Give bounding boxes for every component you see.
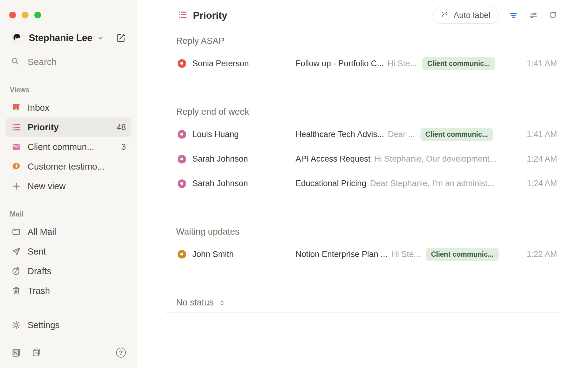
wand-icon <box>441 10 449 20</box>
email-label-badge[interactable]: Client communic... <box>426 248 498 261</box>
priority-list-icon <box>178 10 187 21</box>
envelope-icon <box>11 142 21 152</box>
email-time: 1:41 AM <box>523 59 557 68</box>
calendar-app-icon[interactable]: 15 <box>31 347 42 358</box>
inbox-icon <box>11 103 21 113</box>
email-time: 1:24 AM <box>523 179 557 188</box>
drafts-icon <box>11 266 21 276</box>
email-time: 1:24 AM <box>523 154 557 164</box>
status-dot-icon <box>178 250 186 259</box>
sidebar-item-label: Inbox <box>28 103 49 113</box>
auto-label-button[interactable]: Auto label <box>432 7 499 24</box>
priority-list-icon <box>11 122 21 132</box>
email-row[interactable]: Louis Huang Healthcare Tech Advis... Dea… <box>165 122 561 147</box>
main-panel: Priority Auto label <box>137 0 588 368</box>
section-title-text: Reply ASAP <box>176 36 224 46</box>
section-divider <box>165 312 561 313</box>
status-dot-icon <box>178 179 186 188</box>
avatar <box>11 32 23 44</box>
trash-icon <box>11 286 21 296</box>
sidebar-item-label: Customer testimo... <box>28 162 104 172</box>
window-controls <box>0 0 137 18</box>
status-dot-icon <box>178 59 186 68</box>
section-title-text: No status <box>176 297 214 308</box>
email-row[interactable]: Sarah Johnson Educational Pricing Dear S… <box>165 171 561 196</box>
notion-app-icon[interactable] <box>11 347 21 358</box>
refresh-button[interactable] <box>548 11 557 20</box>
sidebar-item-all-mail[interactable]: All Mail <box>6 222 131 242</box>
sidebar-item-label: Priority <box>28 122 59 132</box>
email-list: Reply ASAP Sonia Peterson Follow up - Po… <box>165 31 561 313</box>
email-row[interactable]: Sonia Peterson Follow up - Portfolio C..… <box>165 51 561 76</box>
email-sender: Sonia Peterson <box>192 59 296 68</box>
display-settings-button[interactable] <box>529 11 538 20</box>
chevron-down-icon <box>97 34 104 43</box>
help-button[interactable]: ? <box>116 348 126 358</box>
sidebar-item-label: All Mail <box>28 227 56 237</box>
section-title: Waiting updates <box>176 226 561 237</box>
page-title: Priority <box>193 10 227 21</box>
email-time: 1:41 AM <box>523 130 557 139</box>
section-title: No status <box>176 297 561 308</box>
status-dot-icon <box>178 155 186 163</box>
svg-text:15: 15 <box>34 351 38 355</box>
sidebar-item-label: Drafts <box>28 266 51 276</box>
filter-button[interactable] <box>509 11 518 20</box>
gear-icon <box>11 320 21 330</box>
section-reply-end-of-week: Reply end of week Louis Huang Healthcare… <box>165 106 561 196</box>
email-label-badge[interactable]: Client communic... <box>420 128 493 141</box>
all-mail-icon <box>11 227 21 237</box>
sidebar-item-inbox[interactable]: Inbox <box>6 98 131 117</box>
section-no-status: No status <box>165 297 561 313</box>
sidebar-item-priority[interactable]: Priority 48 <box>6 117 131 137</box>
email-sender: Louis Huang <box>192 130 296 139</box>
plus-icon <box>11 181 21 191</box>
sidebar-item-drafts[interactable]: Drafts <box>6 261 131 281</box>
email-sender: Sarah Johnson <box>192 154 296 164</box>
email-snippet: Hi Ste... <box>391 250 420 259</box>
sidebar-item-label: New view <box>28 181 66 191</box>
sidebar-item-sent[interactable]: Sent <box>6 242 131 261</box>
zoom-window-button[interactable] <box>34 12 41 18</box>
unread-count: 48 <box>117 123 126 132</box>
sidebar-item-label: Trash <box>28 286 50 296</box>
email-time: 1:22 AM <box>523 250 557 259</box>
sidebar-item-trash[interactable]: Trash <box>6 281 131 301</box>
sidebar-footer: 15 ? <box>0 343 137 362</box>
send-icon <box>11 247 21 256</box>
status-dot-icon <box>178 130 186 139</box>
sidebar-item-label: Sent <box>28 247 46 257</box>
email-subject: Healthcare Tech Advis... <box>296 130 384 139</box>
sidebar-item-customer-testimonials[interactable]: Customer testimo... <box>6 157 131 176</box>
chat-plus-icon <box>11 162 21 171</box>
sidebar-item-client-communication[interactable]: Client commun... 3 <box>6 137 131 157</box>
sidebar-item-new-view[interactable]: New view <box>6 176 131 196</box>
main-header: Priority Auto label <box>137 0 588 31</box>
sidebar-item-settings[interactable]: Settings <box>6 315 131 335</box>
account-switcher[interactable]: Stephanie Lee <box>0 31 137 45</box>
email-snippet: Hi Ste... <box>387 59 417 68</box>
views-section-label: Views <box>10 86 137 94</box>
expand-collapse-icon[interactable] <box>218 299 226 307</box>
email-subject: Notion Enterprise Plan ... <box>296 250 387 259</box>
section-reply-asap: Reply ASAP Sonia Peterson Follow up - Po… <box>165 36 561 76</box>
email-snippet: Dear Stephanie, I'm an administ... <box>370 179 494 188</box>
auto-label-button-label: Auto label <box>454 11 490 20</box>
section-title: Reply end of week <box>176 106 561 117</box>
minimize-window-button[interactable] <box>22 12 28 18</box>
profile-name: Stephanie Lee <box>29 33 92 44</box>
section-waiting-updates: Waiting updates John Smith Notion Enterp… <box>165 226 561 266</box>
email-subject: Educational Pricing <box>296 179 366 188</box>
compose-button[interactable] <box>115 33 126 43</box>
sidebar: Stephanie Lee Search Views <box>0 0 137 368</box>
search-input[interactable]: Search <box>0 56 137 68</box>
email-row[interactable]: John Smith Notion Enterprise Plan ... Hi… <box>165 242 561 266</box>
unread-count: 3 <box>121 142 126 152</box>
close-window-button[interactable] <box>9 12 16 18</box>
email-row[interactable]: Sarah Johnson API Access Request Hi Step… <box>165 147 561 171</box>
sidebar-item-label: Settings <box>28 320 60 330</box>
search-icon <box>11 57 20 67</box>
search-placeholder: Search <box>28 57 57 67</box>
email-subject: API Access Request <box>296 154 371 164</box>
email-label-badge[interactable]: Client communic... <box>422 57 495 70</box>
